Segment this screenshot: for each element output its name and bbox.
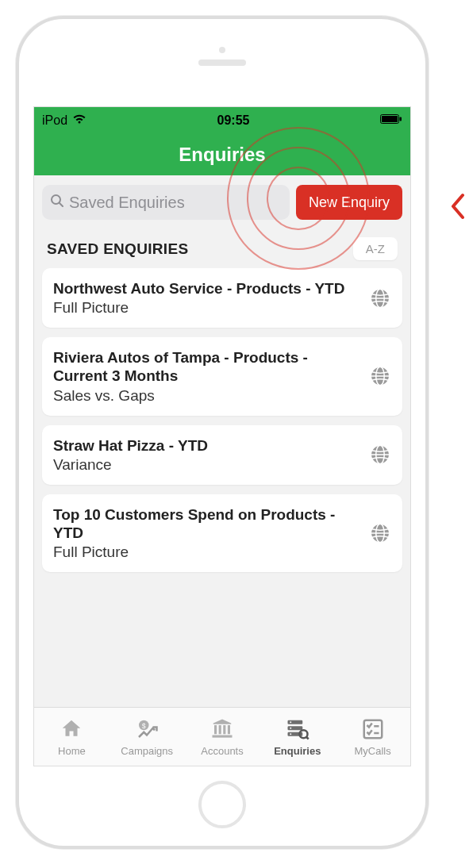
tab-campaigns[interactable]: $Campaigns [110, 708, 185, 766]
new-enquiry-button[interactable]: New Enquiry [296, 185, 402, 220]
svg-rect-25 [223, 725, 225, 734]
tab-label: MyCalls [354, 745, 390, 757]
annotation-chevron-icon [448, 192, 466, 224]
tab-home[interactable]: Home [34, 708, 110, 766]
list-item-text: Northwest Auto Service - Products - YTDF… [53, 279, 359, 317]
home-icon [58, 717, 85, 743]
tab-enquiries[interactable]: Enquiries [259, 708, 335, 766]
phone-frame: iPod 09:55 Enquiries New En [16, 16, 429, 849]
mycalls-icon [359, 717, 386, 743]
svg-rect-27 [212, 735, 232, 737]
list-item-title: Straw Hat Pizza - YTD [53, 436, 359, 455]
status-left: iPod [42, 113, 86, 128]
battery-icon [380, 113, 402, 128]
list-item-title: Riviera Autos of Tampa - Products - Curr… [53, 348, 359, 385]
tab-label: Enquiries [274, 745, 321, 757]
globe-icon [369, 287, 391, 309]
svg-text:$: $ [142, 721, 146, 729]
status-bar: iPod 09:55 [34, 107, 410, 134]
enquiries-icon [284, 717, 311, 743]
accounts-icon [209, 717, 236, 743]
screen: iPod 09:55 Enquiries New En [33, 106, 411, 766]
search-row: New Enquiry [42, 185, 402, 220]
sort-chip[interactable]: A-Z [353, 237, 398, 260]
svg-rect-23 [214, 725, 217, 734]
svg-line-35 [306, 737, 309, 739]
list-item-subtitle: Full Picture [53, 543, 359, 561]
search-icon [50, 194, 64, 212]
search-input[interactable] [69, 194, 282, 212]
tab-mycalls[interactable]: MyCalls [335, 708, 410, 766]
list-item-title: Northwest Auto Service - Products - YTD [53, 279, 359, 298]
list-item-text: Top 10 Customers Spend on Products - YTD… [53, 505, 359, 561]
svg-point-33 [290, 733, 291, 735]
tab-bar: Home$CampaignsAccountsEnquiriesMyCalls [34, 707, 410, 766]
tab-label: Home [58, 745, 86, 757]
list-item-text: Straw Hat Pizza - YTDVariance [53, 436, 359, 474]
camera-dot [219, 47, 225, 53]
wifi-icon [72, 113, 86, 128]
tab-label: Accounts [201, 745, 243, 757]
globe-icon [369, 522, 391, 544]
search-box[interactable] [42, 185, 290, 220]
svg-rect-36 [363, 720, 382, 738]
campaigns-icon: $ [133, 717, 160, 743]
svg-point-31 [290, 721, 291, 723]
svg-rect-24 [219, 725, 221, 734]
tab-accounts[interactable]: Accounts [185, 708, 260, 766]
svg-point-32 [290, 727, 291, 728]
list-item[interactable]: Riviera Autos of Tampa - Products - Curr… [42, 337, 402, 415]
list-item-subtitle: Variance [53, 456, 359, 474]
list-item[interactable]: Straw Hat Pizza - YTDVariance [42, 425, 402, 485]
list-item-subtitle: Full Picture [53, 299, 359, 317]
tab-label: Campaigns [121, 745, 173, 757]
globe-icon [369, 444, 391, 466]
home-button[interactable] [198, 781, 246, 828]
list-item[interactable]: Northwest Auto Service - Products - YTDF… [42, 268, 402, 328]
list-item[interactable]: Top 10 Customers Spend on Products - YTD… [42, 494, 402, 572]
enquiry-list: Northwest Auto Service - Products - YTDF… [42, 268, 402, 572]
svg-rect-1 [382, 116, 398, 122]
list-item-subtitle: Sales vs. Gaps [53, 387, 359, 405]
status-time: 09:55 [217, 113, 250, 128]
device-label: iPod [42, 113, 67, 128]
list-item-title: Top 10 Customers Spend on Products - YTD [53, 505, 359, 542]
section-title: SAVED ENQUIRIES [47, 240, 188, 258]
speaker-slot [198, 60, 246, 66]
svg-line-4 [60, 203, 63, 206]
phone-bezel-top [19, 19, 425, 106]
svg-rect-26 [228, 725, 230, 734]
section-header-row: SAVED ENQUIRIES A-Z [42, 231, 402, 268]
globe-icon [369, 365, 391, 387]
sort-label: A-Z [366, 242, 385, 255]
list-item-text: Riviera Autos of Tampa - Products - Curr… [53, 348, 359, 404]
svg-rect-2 [399, 117, 402, 121]
content-area: New Enquiry SAVED ENQUIRIES A-Z Northwes… [34, 175, 410, 707]
page-title: Enquiries [179, 144, 265, 166]
nav-header: Enquiries [34, 134, 410, 175]
